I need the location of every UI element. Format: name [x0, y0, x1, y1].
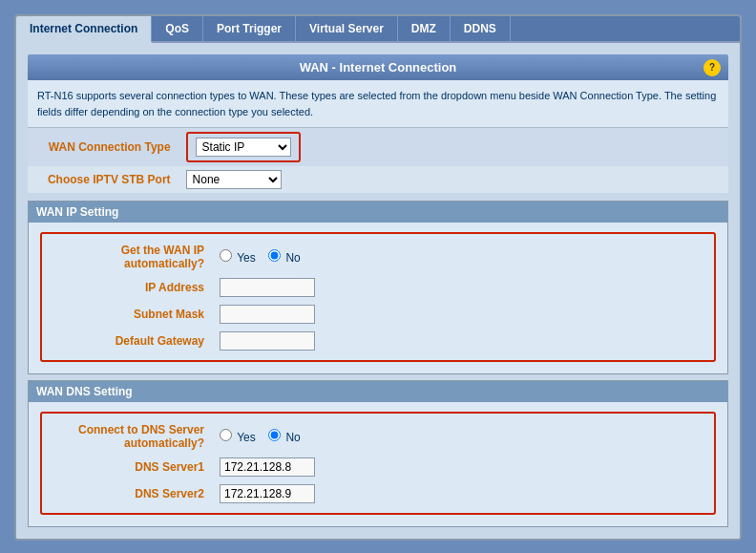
tab-qos[interactable]: QoS	[152, 16, 203, 41]
section-title: WAN - Internet Connection	[300, 60, 457, 74]
wan-dns-table: Connect to DNS Server automatically? Yes…	[50, 419, 706, 507]
auto-ip-yes-text: Yes	[237, 251, 256, 265]
iptv-value-cell: None LAN1 LAN2 LAN3 LAN4	[178, 166, 308, 193]
dns1-input[interactable]	[220, 457, 315, 477]
default-gateway-label: Default Gateway	[50, 328, 212, 354]
dns1-cell	[212, 454, 706, 480]
info-text: RT-N16 supports several connection types…	[28, 80, 728, 128]
dns2-row: DNS Server2	[50, 480, 706, 507]
wan-connection-select[interactable]: Static IP Automatic IP PPPoE PPTP L2TP	[196, 138, 291, 157]
tab-dmz[interactable]: DMZ	[398, 16, 451, 41]
auto-dns-no-radio[interactable]	[268, 429, 281, 441]
wan-dns-red-box: Connect to DNS Server automatically? Yes…	[40, 412, 716, 515]
ip-address-row: IP Address	[50, 274, 706, 301]
auto-ip-no-radio[interactable]	[268, 249, 281, 262]
auto-dns-no-text: No	[285, 431, 300, 444]
auto-dns-no-label[interactable]: No	[268, 431, 301, 444]
wan-dns-section: WAN DNS Setting Connect to DNS Server au…	[28, 380, 728, 527]
wan-connection-row: WAN Connection Type Static IP Automatic …	[28, 128, 728, 166]
auto-dns-radios: Yes No	[212, 419, 706, 454]
default-gateway-input[interactable]	[220, 331, 315, 351]
dns1-row: DNS Server1	[50, 454, 706, 480]
main-content: WAN - Internet Connection ? RT-N16 suppo…	[16, 43, 740, 539]
tab-bar: Internet Connection QoS Port Trigger Vir…	[16, 16, 740, 43]
wan-ip-red-box: Get the WAN IP automatically? Yes No	[40, 232, 716, 362]
wan-connection-type-cell: Static IP Automatic IP PPPoE PPTP L2TP	[178, 128, 308, 166]
default-gateway-row: Default Gateway	[50, 328, 706, 354]
subnet-mask-cell	[212, 301, 706, 328]
subnet-mask-label: Subnet Mask	[50, 301, 212, 328]
auto-ip-yes-radio[interactable]	[220, 249, 232, 262]
wan-ip-header: WAN IP Setting	[29, 202, 727, 223]
tab-ddns[interactable]: DDNS	[451, 16, 511, 41]
tab-internet-connection[interactable]: Internet Connection	[16, 16, 152, 43]
iptv-label: Choose IPTV STB Port	[28, 166, 178, 193]
wan-section-header: WAN - Internet Connection ?	[28, 54, 728, 80]
dns1-label: DNS Server1	[50, 454, 212, 480]
auto-ip-yes-label[interactable]: Yes	[220, 251, 259, 265]
auto-ip-no-label[interactable]: No	[268, 251, 301, 265]
dns2-cell	[212, 480, 706, 507]
wan-ip-section: WAN IP Setting Get the WAN IP automatica…	[28, 201, 728, 374]
auto-ip-radios: Yes No	[212, 240, 706, 274]
ip-address-label: IP Address	[50, 274, 212, 301]
tab-port-trigger[interactable]: Port Trigger	[203, 16, 296, 41]
wan-connection-type-label: WAN Connection Type	[28, 128, 178, 166]
default-gateway-cell	[212, 328, 706, 354]
subnet-mask-input[interactable]	[220, 305, 315, 324]
wan-ip-body: Get the WAN IP automatically? Yes No	[29, 223, 727, 373]
auto-dns-yes-radio[interactable]	[220, 429, 232, 441]
dns2-label: DNS Server2	[50, 480, 212, 507]
auto-ip-no-text: No	[285, 251, 300, 265]
tab-virtual-server[interactable]: Virtual Server	[296, 16, 398, 41]
wan-ip-table: Get the WAN IP automatically? Yes No	[50, 240, 706, 354]
auto-dns-row: Connect to DNS Server automatically? Yes…	[50, 419, 706, 454]
wan-connection-highlight: Static IP Automatic IP PPPoE PPTP L2TP	[186, 132, 301, 162]
auto-dns-label: Connect to DNS Server automatically?	[50, 419, 212, 454]
ip-address-cell	[212, 274, 706, 301]
auto-dns-yes-label[interactable]: Yes	[220, 431, 259, 444]
wan-connection-table: WAN Connection Type Static IP Automatic …	[28, 128, 728, 193]
iptv-row: Choose IPTV STB Port None LAN1 LAN2 LAN3…	[28, 166, 728, 193]
auto-dns-yes-text: Yes	[237, 431, 256, 444]
ip-address-input[interactable]	[220, 278, 315, 297]
iptv-select[interactable]: None LAN1 LAN2 LAN3 LAN4	[186, 170, 282, 189]
wan-dns-header: WAN DNS Setting	[29, 381, 727, 402]
dns2-input[interactable]	[220, 484, 315, 503]
auto-ip-row: Get the WAN IP automatically? Yes No	[50, 240, 706, 274]
wan-dns-body: Connect to DNS Server automatically? Yes…	[29, 402, 727, 526]
auto-ip-label: Get the WAN IP automatically?	[50, 240, 212, 274]
subnet-mask-row: Subnet Mask	[50, 301, 706, 328]
info-icon[interactable]: ?	[704, 59, 721, 76]
